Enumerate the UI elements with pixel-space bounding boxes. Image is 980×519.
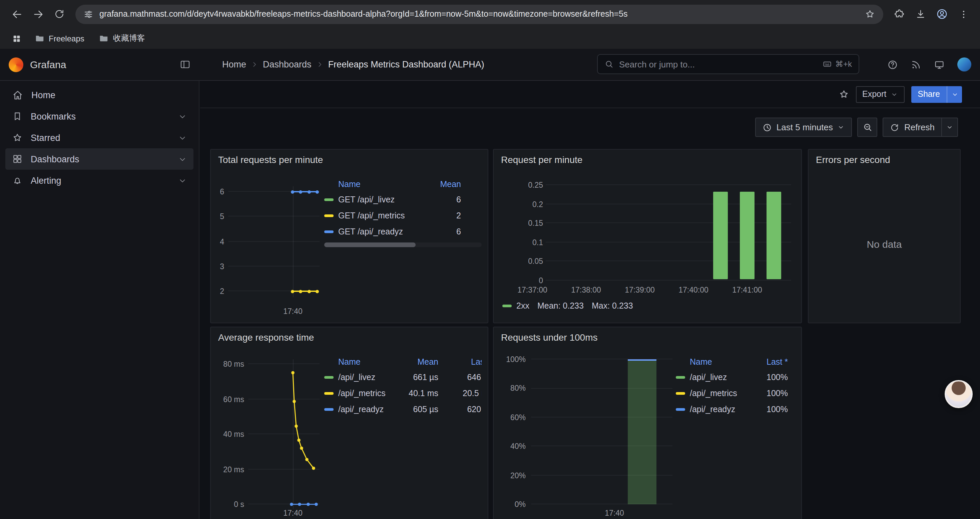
panel-title[interactable]: Total requests per minute	[218, 154, 323, 165]
nav-sidebar: Home Bookmarks Starred Dashboards	[0, 81, 199, 519]
x-axis: 17:37:0017:38:0017:39:0017:40:0017:41:00	[515, 286, 765, 294]
series-name: /api/_metrics	[690, 389, 748, 398]
series-color-icon	[676, 408, 685, 411]
favorite-star-icon[interactable]	[838, 89, 849, 99]
zoom-out-button[interactable]	[858, 118, 878, 137]
breadcrumb-dashboards[interactable]: Dashboards	[263, 59, 312, 69]
export-button[interactable]: Export	[856, 86, 904, 102]
grafana-logo[interactable]	[9, 57, 23, 72]
chevron-down-icon[interactable]	[178, 133, 187, 142]
panel-title[interactable]: Errors per second	[816, 154, 890, 165]
legend-row[interactable]: /api/_readyz 605 µs 620 µs	[324, 401, 482, 417]
panel-title[interactable]: Average response time	[218, 332, 314, 343]
legend-header-last[interactable]: Last *	[748, 357, 788, 367]
star-icon	[12, 132, 23, 143]
sidebar-item-label: Home	[31, 90, 56, 100]
legend-header-mean[interactable]: Mean	[397, 357, 438, 367]
dashboards-grid-icon	[12, 153, 23, 164]
time-range-picker[interactable]: Last 5 minutes	[755, 118, 852, 137]
folder-icon	[35, 34, 45, 43]
grafana-header: Grafana Home Dashboards Freeleaps Metric…	[0, 49, 980, 81]
series-color-icon	[324, 408, 334, 411]
help-icon[interactable]	[887, 59, 898, 70]
address-bar[interactable]	[75, 4, 883, 24]
legend-header-name[interactable]: Name	[338, 357, 397, 367]
bookmark-star-icon[interactable]	[865, 9, 875, 19]
y-axis: 80 ms60 ms40 ms20 ms0 s	[211, 360, 244, 508]
site-settings-icon[interactable]	[83, 9, 94, 19]
search-input[interactable]: Search or jump to... ⌘+k	[597, 54, 859, 74]
sidebar-item-bookmarks[interactable]: Bookmarks	[5, 105, 194, 127]
legend-row[interactable]: /api/_livez 661 µs 646 µs	[324, 369, 482, 385]
sidebar-item-alerting[interactable]: Alerting	[5, 170, 194, 191]
sidebar-item-label: Alerting	[31, 175, 61, 185]
user-avatar[interactable]	[957, 57, 971, 72]
refresh-button[interactable]: Refresh	[883, 118, 958, 137]
legend-row[interactable]: /api/_livez 100%	[676, 369, 797, 385]
profile-avatar-icon[interactable]	[932, 4, 952, 24]
series-name: /api/_livez	[690, 373, 748, 382]
bookmark-folder-freeleaps[interactable]: Freeleaps	[29, 31, 90, 45]
downloads-icon[interactable]	[911, 4, 931, 24]
floating-avatar[interactable]	[945, 380, 973, 408]
menu-kebab-icon[interactable]	[953, 4, 973, 24]
panel-title[interactable]: Requests under 100ms	[501, 332, 598, 343]
legend-header-mean[interactable]: Mean	[434, 180, 461, 189]
legend-row[interactable]: GET /api/_livez 6	[324, 192, 482, 208]
x-axis-tick: 17:40	[274, 509, 312, 517]
series-mean: 2	[434, 211, 461, 220]
bar	[767, 192, 781, 279]
reload-icon[interactable]	[49, 4, 69, 24]
series-color-icon	[676, 392, 685, 395]
bookmark-icon	[12, 111, 23, 121]
search-icon	[605, 59, 614, 69]
share-button[interactable]: Share	[911, 86, 962, 102]
chevron-down-icon[interactable]	[178, 176, 187, 185]
back-icon[interactable]	[7, 4, 27, 24]
sidebar-item-home[interactable]: Home	[5, 84, 194, 105]
refresh-interval-caret-icon[interactable]	[942, 124, 957, 131]
panel-request-per-minute: Request per minute 0.250.20.150.10.050 1…	[493, 149, 802, 323]
legend-row[interactable]: /api/_metrics 40.1 ms 20.5 ms	[324, 385, 482, 401]
sidebar-item-label: Bookmarks	[31, 111, 76, 121]
panel-legend[interactable]: 2xx Mean: 0.233 Max: 0.233	[502, 301, 633, 311]
chevron-right-icon	[251, 61, 258, 68]
panel-legend: Name Mean GET /api/_livez 6 GET /api/_me…	[324, 177, 482, 240]
breadcrumb-home[interactable]: Home	[222, 59, 246, 69]
series-color-icon	[324, 392, 334, 395]
sidebar-item-starred[interactable]: Starred	[5, 127, 194, 148]
series-mean: 6	[434, 195, 461, 204]
chevron-down-icon[interactable]	[178, 155, 187, 163]
legend-row[interactable]: /api/_readyz 100%	[676, 401, 797, 417]
chevron-down-icon[interactable]	[178, 112, 187, 121]
share-caret-icon[interactable]	[947, 91, 962, 98]
breadcrumb-current: Freeleaps Metrics Dashboard (ALPHA)	[328, 59, 484, 69]
legend-scrollbar[interactable]	[324, 243, 482, 247]
sidebar-item-dashboards[interactable]: Dashboards	[5, 148, 194, 170]
y-axis: 65432	[211, 188, 224, 295]
series-color-icon	[324, 230, 334, 233]
breadcrumb: Home Dashboards Freeleaps Metrics Dashbo…	[222, 49, 484, 80]
bookmark-folder-blog[interactable]: 收藏博客	[94, 31, 150, 46]
series-line-metrics	[291, 289, 319, 293]
series-mean: Mean: 0.233	[538, 301, 584, 311]
panel-title[interactable]: Request per minute	[501, 154, 582, 165]
apps-grid-icon[interactable]	[8, 30, 25, 47]
news-rss-icon[interactable]	[911, 59, 921, 70]
bar-100-percent	[628, 359, 657, 504]
extensions-icon[interactable]	[889, 4, 909, 24]
legend-row[interactable]: /api/_metrics 100%	[676, 385, 797, 401]
series-max: Max: 0.233	[592, 301, 633, 311]
legend-row[interactable]: GET /api/_readyz 6	[324, 224, 482, 240]
legend-row[interactable]: GET /api/_metrics 2	[324, 208, 482, 224]
legend-header-last[interactable]: Last *	[438, 357, 482, 367]
legend-header-name[interactable]: Name	[338, 180, 434, 189]
chevron-right-icon	[316, 61, 323, 68]
dock-menu-icon[interactable]	[180, 59, 191, 70]
monitor-icon[interactable]	[934, 59, 945, 70]
legend-header-name[interactable]: Name	[690, 357, 748, 367]
bookmarks-bar: Freeleaps 收藏博客	[0, 28, 980, 49]
forward-icon[interactable]	[28, 4, 48, 24]
url-input[interactable]	[99, 10, 859, 19]
panel-requests-under-100ms: Requests under 100ms 100%80%60%40%20%0% …	[493, 327, 802, 519]
